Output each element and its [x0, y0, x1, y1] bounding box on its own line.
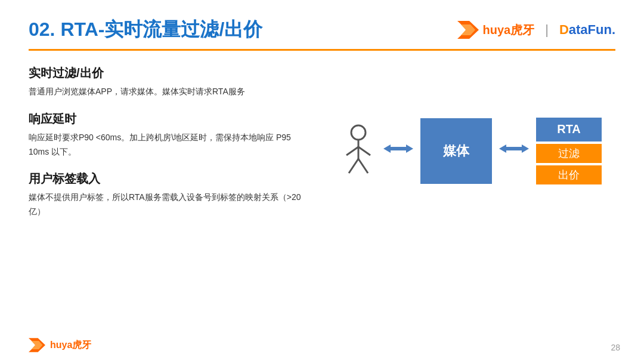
- page-number: 28: [611, 343, 620, 352]
- logo-divider: |: [545, 22, 549, 38]
- heading-realtime-filter: 实时过滤/出价: [29, 65, 303, 81]
- diagram-section: 媒体 RTA 过滤 出价: [327, 65, 615, 231]
- media-label: 媒体: [443, 142, 469, 160]
- huya-logo: huya虎牙: [457, 21, 534, 39]
- section-realtime-filter: 实时过滤/出价 普通用户浏览媒体APP，请求媒体。媒体实时请求RTA服务: [29, 65, 303, 99]
- rta-header: RTA: [536, 118, 602, 141]
- page-title: 02. RTA-实时流量过滤/出价: [29, 17, 262, 43]
- heading-response-delay: 响应延时: [29, 111, 303, 127]
- svg-rect-10: [389, 147, 407, 150]
- media-box: 媒体: [420, 118, 492, 184]
- footer-huya-icon: [29, 338, 45, 352]
- svg-rect-13: [505, 147, 523, 150]
- datafun-logo: DataFun.: [559, 22, 615, 38]
- stick-figure: [340, 124, 376, 178]
- svg-line-6: [349, 159, 358, 173]
- arrow-media-to-rta: [499, 140, 529, 162]
- svg-line-5: [358, 147, 370, 155]
- body-response-delay: 响应延时要求P90 <60ms。加上跨机房\地区延时，需保持本地响应 P95 1…: [29, 131, 303, 159]
- rta-section: RTA 过滤 出价: [536, 118, 602, 184]
- section-response-delay: 响应延时 响应延时要求P90 <60ms。加上跨机房\地区延时，需保持本地响应 …: [29, 111, 303, 159]
- person-icon: [342, 124, 375, 178]
- footer: huya虎牙: [29, 338, 91, 352]
- text-section: 实时过滤/出价 普通用户浏览媒体APP，请求媒体。媒体实时请求RTA服务 响应延…: [29, 65, 303, 231]
- huya-brand-text: huya虎牙: [482, 22, 534, 38]
- svg-line-7: [358, 159, 368, 173]
- header: 02. RTA-实时流量过滤/出价 huya虎牙 | DataFun.: [0, 0, 644, 43]
- footer-brand-text: huya虎牙: [50, 339, 91, 352]
- svg-line-4: [346, 147, 358, 155]
- header-logos: huya虎牙 | DataFun.: [457, 21, 615, 39]
- arrow-person-to-media: [383, 140, 413, 162]
- huya-icon: [457, 21, 479, 39]
- svg-point-2: [351, 125, 366, 140]
- rta-bid: 出价: [536, 165, 602, 184]
- heading-user-tags: 用户标签载入: [29, 171, 303, 187]
- section-user-tags: 用户标签载入 媒体不提供用户标签，所以RTA服务需载入设备号到标签的映射关系（>…: [29, 171, 303, 219]
- rta-filter: 过滤: [536, 144, 602, 163]
- diagram: 媒体 RTA 过滤 出价: [340, 118, 602, 184]
- body-user-tags: 媒体不提供用户标签，所以RTA服务需载入设备号到标签的映射关系（>20亿）: [29, 190, 303, 219]
- body-realtime-filter: 普通用户浏览媒体APP，请求媒体。媒体实时请求RTA服务: [29, 85, 303, 99]
- main-content: 实时过滤/出价 普通用户浏览媒体APP，请求媒体。媒体实时请求RTA服务 响应延…: [0, 51, 644, 231]
